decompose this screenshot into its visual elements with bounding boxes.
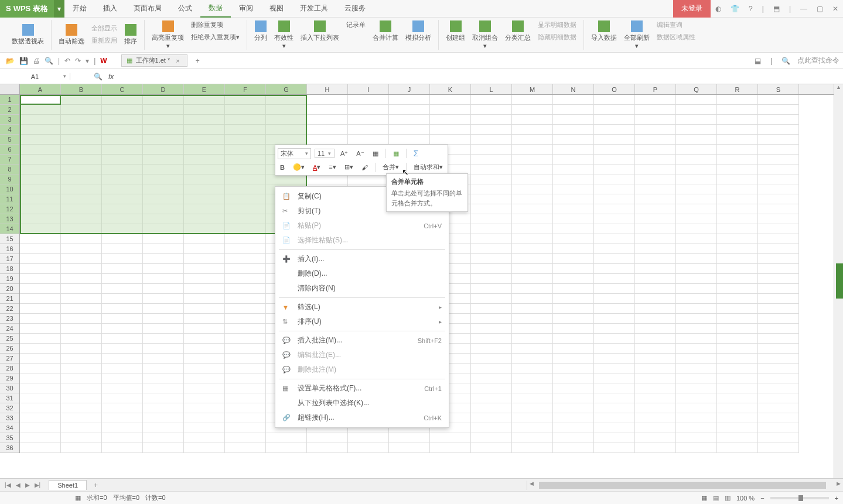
cell[interactable]: [553, 334, 594, 344]
cell[interactable]: [225, 95, 266, 105]
row-header[interactable]: 10: [0, 184, 19, 194]
cell[interactable]: [61, 373, 102, 383]
col-header[interactable]: L: [471, 84, 512, 94]
sheet-tab[interactable]: Sheet1: [49, 480, 87, 490]
cell[interactable]: [717, 284, 758, 294]
cell[interactable]: [471, 314, 512, 324]
row-header[interactable]: 27: [0, 354, 19, 364]
cell[interactable]: [553, 145, 594, 155]
cell[interactable]: [594, 304, 635, 314]
view-break-icon[interactable]: ▥: [725, 494, 731, 502]
cell[interactable]: [512, 443, 553, 453]
cell[interactable]: [266, 174, 307, 184]
cell[interactable]: [758, 174, 799, 184]
cell[interactable]: [102, 145, 143, 155]
cell[interactable]: [102, 284, 143, 294]
menu-tab-0[interactable]: 开始: [64, 0, 95, 18]
col-header[interactable]: N: [553, 84, 594, 94]
cell[interactable]: [758, 423, 799, 433]
cell[interactable]: [676, 244, 717, 254]
cell[interactable]: [307, 443, 348, 453]
cell[interactable]: [553, 284, 594, 294]
cell[interactable]: [184, 364, 225, 373]
cell[interactable]: [20, 254, 61, 264]
row-header[interactable]: 21: [0, 294, 19, 304]
cell[interactable]: [102, 224, 143, 234]
print-icon[interactable]: 🖨: [30, 57, 42, 65]
cell[interactable]: [594, 393, 635, 403]
cell[interactable]: [61, 184, 102, 194]
cell[interactable]: [102, 95, 143, 105]
cell[interactable]: [225, 403, 266, 413]
cell[interactable]: [512, 284, 553, 294]
cell[interactable]: [20, 393, 61, 403]
cell[interactable]: [717, 433, 758, 443]
cell[interactable]: [758, 274, 799, 284]
cell[interactable]: [184, 105, 225, 115]
fill-color-icon[interactable]: 🟡▾: [291, 162, 307, 172]
cell[interactable]: [471, 135, 512, 145]
row-header[interactable]: 11: [0, 194, 19, 204]
cell[interactable]: [20, 383, 61, 393]
cell[interactable]: [143, 403, 184, 413]
cell[interactable]: [20, 264, 61, 274]
cell[interactable]: [635, 125, 676, 135]
cell[interactable]: [266, 135, 307, 145]
cell[interactable]: [61, 383, 102, 393]
cell[interactable]: [594, 443, 635, 453]
view-page-icon[interactable]: ▤: [713, 494, 719, 502]
menu-tab-4[interactable]: 数据: [200, 0, 231, 18]
cell[interactable]: [430, 95, 471, 105]
cell[interactable]: [307, 433, 348, 443]
cell[interactable]: [512, 403, 553, 413]
format-painter-icon[interactable]: 🖌: [359, 163, 370, 172]
cell[interactable]: [676, 254, 717, 264]
cell[interactable]: [758, 125, 799, 135]
cell[interactable]: [225, 174, 266, 184]
cell[interactable]: [676, 423, 717, 433]
group-button[interactable]: 创建组: [445, 19, 466, 51]
cell[interactable]: [758, 184, 799, 194]
cell[interactable]: [20, 174, 61, 184]
cell[interactable]: [184, 334, 225, 344]
cell[interactable]: [758, 334, 799, 344]
cell[interactable]: [143, 194, 184, 204]
col-header[interactable]: B: [61, 84, 102, 94]
cell[interactable]: [635, 364, 676, 373]
cell[interactable]: [758, 135, 799, 145]
cell[interactable]: [225, 105, 266, 115]
cell[interactable]: [184, 284, 225, 294]
cell[interactable]: [635, 294, 676, 304]
cell[interactable]: [184, 403, 225, 413]
row-header[interactable]: 28: [0, 364, 19, 373]
cell[interactable]: [61, 145, 102, 155]
row-header[interactable]: 15: [0, 234, 19, 244]
cell[interactable]: [471, 373, 512, 383]
cell[interactable]: [20, 373, 61, 383]
close-tab-icon[interactable]: ×: [173, 57, 182, 64]
cell[interactable]: [102, 194, 143, 204]
cell[interactable]: [676, 314, 717, 324]
cell[interactable]: [102, 383, 143, 393]
cell[interactable]: [430, 135, 471, 145]
cell[interactable]: [635, 115, 676, 125]
cell[interactable]: [184, 174, 225, 184]
cell[interactable]: [594, 324, 635, 334]
cell[interactable]: [20, 354, 61, 364]
cell[interactable]: [61, 433, 102, 443]
cell[interactable]: [471, 324, 512, 334]
cell[interactable]: [225, 373, 266, 383]
row-header[interactable]: 8: [0, 164, 19, 174]
cell[interactable]: [512, 254, 553, 264]
cell[interactable]: [102, 393, 143, 403]
cell[interactable]: [758, 105, 799, 115]
cell[interactable]: [225, 443, 266, 453]
cell[interactable]: [307, 115, 348, 125]
prev-sheet-icon[interactable]: ◀: [15, 482, 22, 488]
add-sheet-icon[interactable]: +: [90, 481, 101, 489]
cell[interactable]: [348, 115, 389, 125]
merge-button[interactable]: 合并▾: [380, 162, 401, 173]
cell[interactable]: [717, 164, 758, 174]
cell[interactable]: [594, 344, 635, 354]
zoom-out-icon[interactable]: −: [760, 495, 764, 502]
